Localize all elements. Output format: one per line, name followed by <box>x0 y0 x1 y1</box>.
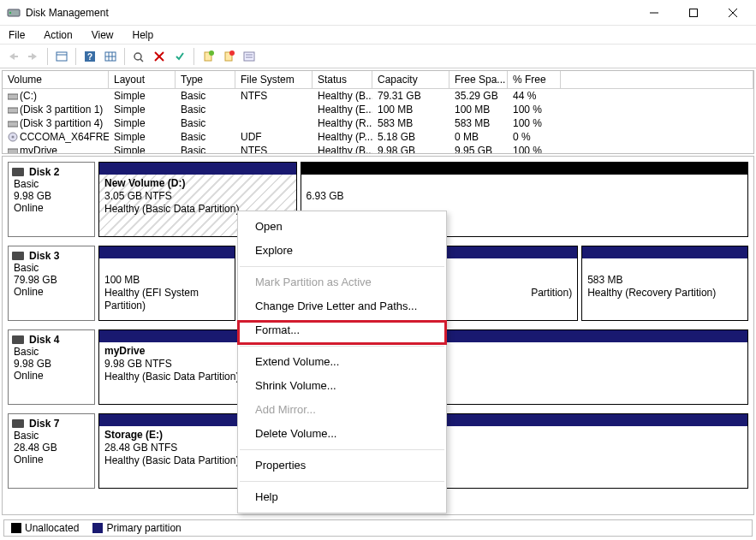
drive-icon <box>8 145 20 154</box>
svg-rect-24 <box>244 52 254 61</box>
show-hide-button[interactable] <box>52 47 71 66</box>
app-icon <box>7 6 21 20</box>
ctx-format[interactable]: Format... <box>238 318 446 342</box>
svg-point-31 <box>12 136 15 139</box>
col-fs[interactable]: File System <box>235 71 313 89</box>
maximize-button[interactable] <box>674 0 713 26</box>
volume-list-header: Volume Layout Type File System Status Ca… <box>3 71 753 89</box>
back-button[interactable] <box>3 47 22 66</box>
volume-row[interactable]: (Disk 3 partition 1) SimpleBasicHealthy … <box>3 103 753 116</box>
menu-action[interactable]: Action <box>40 27 75 43</box>
svg-point-16 <box>134 53 141 60</box>
col-layout[interactable]: Layout <box>109 71 176 89</box>
disk-info[interactable]: Disk 4 Basic 9.98 GB Online <box>8 329 95 405</box>
svg-point-21 <box>209 50 214 56</box>
svg-text:?: ? <box>87 52 92 62</box>
disk-icon <box>12 419 24 428</box>
menu-view[interactable]: View <box>88 27 117 43</box>
ctx-open[interactable]: Open <box>238 215 446 239</box>
minimize-button[interactable] <box>634 0 674 26</box>
col-status[interactable]: Status <box>313 71 372 89</box>
svg-rect-28 <box>8 108 18 113</box>
menu-help[interactable]: Help <box>129 27 158 43</box>
check-icon[interactable] <box>170 47 189 66</box>
forward-button[interactable] <box>24 47 43 66</box>
svg-rect-29 <box>8 122 18 127</box>
disk-info[interactable]: Disk 3 Basic 79.98 GB Online <box>8 246 95 321</box>
svg-line-17 <box>140 59 143 62</box>
ctx-add-mirror: Add Mirror... <box>238 398 446 422</box>
disk-info[interactable]: Disk 7 Basic 28.48 GB Online <box>8 413 95 489</box>
volume-row[interactable]: CCCOMA_X64FRE... SimpleBasicUDFHealthy (… <box>3 130 753 144</box>
disk-icon <box>12 252 24 260</box>
properties-icon[interactable] <box>240 47 259 66</box>
disk-icon <box>12 168 24 176</box>
ctx-extend-volume[interactable]: Extend Volume... <box>238 350 446 374</box>
ctx-mark-active: Mark Partition as Active <box>238 270 446 294</box>
svg-rect-27 <box>8 94 18 99</box>
disk-info[interactable]: Disk 2 Basic 9.98 GB Online <box>8 162 95 237</box>
volume-row[interactable]: (C:) SimpleBasicNTFSHealthy (B...79.31 G… <box>3 89 753 103</box>
svg-rect-8 <box>57 52 67 61</box>
col-capacity[interactable]: Capacity <box>372 71 449 89</box>
ctx-explore[interactable]: Explore <box>238 239 446 263</box>
refresh-button[interactable] <box>129 47 148 66</box>
ctx-help[interactable]: Help <box>238 485 446 509</box>
help-button[interactable]: ? <box>80 47 99 66</box>
menubar: File Action View Help <box>0 26 756 45</box>
legend: Unallocated Primary partition <box>3 519 753 537</box>
svg-point-23 <box>229 50 235 56</box>
toolbar: ? <box>0 45 756 68</box>
settings-grid-button[interactable] <box>101 47 120 66</box>
disc-icon <box>8 131 20 143</box>
menu-file[interactable]: File <box>5 27 28 43</box>
svg-rect-3 <box>690 9 698 16</box>
drive-icon <box>8 117 20 129</box>
new-spanned-icon[interactable] <box>219 47 238 66</box>
col-volume[interactable]: Volume <box>3 71 109 89</box>
legend-swatch-primary <box>92 523 103 533</box>
col-pct[interactable]: % Free <box>508 71 561 89</box>
close-button[interactable] <box>713 0 753 26</box>
col-type[interactable]: Type <box>176 71 235 89</box>
partition[interactable]: 100 MB Healthy (EFI System Partition) <box>98 246 235 321</box>
ctx-shrink-volume[interactable]: Shrink Volume... <box>238 374 446 398</box>
new-volume-icon[interactable] <box>199 47 217 66</box>
ctx-delete-volume[interactable]: Delete Volume... <box>238 422 446 446</box>
svg-point-1 <box>9 11 11 13</box>
context-menu: Open Explore Mark Partition as Active Ch… <box>237 211 447 513</box>
svg-rect-32 <box>8 149 18 154</box>
legend-swatch-unallocated <box>11 523 21 533</box>
volume-row[interactable]: myDrive SimpleBasicNTFSHealthy (B...9.98… <box>3 144 753 154</box>
ctx-change-drive-letter[interactable]: Change Drive Letter and Paths... <box>238 294 446 318</box>
ctx-properties[interactable]: Properties <box>238 454 446 478</box>
partition[interactable]: 583 MB Healthy (Recovery Partition) <box>581 246 748 321</box>
drive-icon <box>8 104 20 116</box>
titlebar: Disk Management <box>0 0 756 26</box>
delete-icon[interactable] <box>150 47 169 66</box>
disk-icon <box>12 335 24 344</box>
volume-list: Volume Layout Type File System Status Ca… <box>2 70 754 154</box>
volume-row[interactable]: (Disk 3 partition 4) SimpleBasicHealthy … <box>3 116 753 130</box>
col-free[interactable]: Free Spa... <box>449 71 508 89</box>
drive-icon <box>8 90 20 102</box>
window-title: Disk Management <box>26 7 634 19</box>
